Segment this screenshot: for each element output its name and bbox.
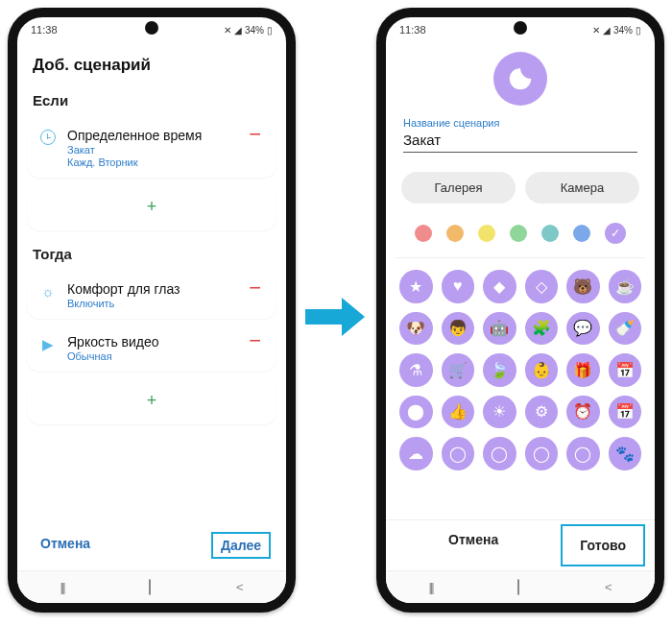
icon-option[interactable]: ★ [399,270,433,303]
icon-option[interactable]: 👦 [442,312,475,346]
status-icons: ✕ ◢ 34% ▯ [224,25,273,36]
condition-sub2: Кажд. Вторник [67,156,235,168]
icon-option[interactable]: 🐻 [566,270,600,303]
action-row[interactable]: ☼ Комфорт для глаз Включить − [27,272,276,319]
section-if: Если [17,83,286,112]
icon-option[interactable]: 👍 [442,396,475,429]
icon-option[interactable]: ♥ [442,270,475,303]
bottom-bar: Отмена Далее [17,522,286,570]
camera-notch [514,21,527,35]
cancel-button[interactable]: Отмена [33,532,98,559]
color-swatch[interactable] [478,225,495,242]
nav-home-button[interactable] [149,580,151,594]
icon-option[interactable]: ⏰ [566,396,600,429]
android-navbar: ||| < [17,570,286,603]
camera-tab[interactable]: Камера [525,172,639,204]
status-time: 11:38 [31,24,58,36]
eye-comfort-icon: ☼ [38,281,58,300]
phone-left: 11:38 ✕ ◢ 34% ▯ Доб. сценарий Если Опред… [8,8,296,613]
scenario-hero-icon [493,52,547,106]
video-brightness-icon: ▶ [38,334,58,353]
phone-right: 11:38 ✕ ◢ 34% ▯ Название сценария Галере… [376,8,664,613]
action-row[interactable]: ▶ Яркость видео Обычная − [27,325,276,372]
action-title: Комфорт для глаз [67,281,235,297]
color-swatch[interactable] [415,225,432,242]
icon-option[interactable]: ☁ [399,437,433,470]
color-picker-row: ✓ [396,217,645,258]
icon-option[interactable]: 🍼 [609,312,642,346]
icon-option[interactable]: 🎁 [566,353,600,387]
icon-option[interactable]: 📅 [609,396,642,429]
icon-option[interactable]: 💬 [566,312,600,346]
action-sub: Включить [67,298,235,309]
status-time: 11:38 [399,24,426,36]
icon-option[interactable]: ⚗ [399,353,433,387]
color-swatch[interactable] [446,225,464,242]
color-swatch[interactable] [573,225,590,242]
cancel-button[interactable]: Отмена [386,520,561,570]
scenario-name-input[interactable] [403,129,637,153]
remove-action-button[interactable]: − [245,334,265,348]
done-button[interactable]: Готово [561,524,645,566]
icon-option[interactable]: 🛒 [442,353,475,387]
color-swatch[interactable] [541,225,559,242]
gallery-tab[interactable]: Галерея [401,172,516,204]
icon-option[interactable]: ◯ [483,437,516,470]
next-button[interactable]: Далее [211,532,271,559]
nav-recent-button[interactable]: ||| [428,580,432,594]
icon-option[interactable]: 🍃 [483,353,516,387]
remove-action-button[interactable]: − [245,281,265,295]
camera-notch [145,21,158,35]
action-title: Яркость видео [67,334,235,349]
arrow-icon [305,298,365,336]
condition-row[interactable]: Определенное время Закат Кажд. Вторник − [27,118,276,178]
remove-condition-button[interactable]: − [245,128,265,141]
icon-option[interactable]: 🐶 [399,312,433,346]
android-navbar: ||| < [386,570,655,603]
icon-option[interactable]: 🐾 [609,437,642,470]
clock-icon [38,128,58,145]
icon-option[interactable]: ◯ [442,437,475,470]
status-icons: ✕ ◢ 34% ▯ [592,25,641,36]
icon-option[interactable]: 🧩 [525,312,559,346]
nav-back-button[interactable]: < [236,580,244,594]
condition-title: Определенное время [67,128,235,143]
action-sub: Обычная [67,350,235,362]
bottom-bar: Отмена Готово [386,519,655,570]
icon-option[interactable]: ◆ [483,270,516,303]
icon-option[interactable]: 📅 [609,353,642,387]
screen-add-scenario: Доб. сценарий Если Определенное время За… [17,42,286,570]
color-swatch[interactable] [510,225,527,242]
section-then: Тогда [17,236,286,266]
icon-picker-grid: ★♥◆◇🐻☕🐶👦🤖🧩💬🍼⚗🛒🍃👶🎁📅⬤👍☀⚙⏰📅☁◯◯◯◯🐾 [386,258,655,470]
icon-option[interactable]: ☕ [609,270,642,303]
page-title: Доб. сценарий [17,42,286,83]
color-swatch[interactable]: ✓ [605,223,626,244]
icon-option[interactable]: ☀ [483,396,516,429]
nav-back-button[interactable]: < [605,580,612,594]
icon-option[interactable]: ⬤ [399,396,433,429]
icon-option[interactable]: 🤖 [483,312,516,346]
icon-option[interactable]: ◯ [566,437,600,470]
icon-option[interactable]: 👶 [525,353,559,387]
nav-recent-button[interactable]: ||| [60,580,63,594]
nav-home-button[interactable] [517,580,519,594]
name-field-label: Название сценария [403,117,637,129]
add-action-button[interactable]: + [27,377,276,424]
condition-sub: Закат [67,144,235,156]
icon-option[interactable]: ◯ [525,437,559,470]
icon-option[interactable]: ⚙ [525,396,559,429]
screen-customize-scenario: Название сценария Галерея Камера ✓ ★♥◆◇🐻… [386,42,655,570]
icon-option[interactable]: ◇ [525,270,559,303]
add-condition-button[interactable]: + [27,183,276,230]
